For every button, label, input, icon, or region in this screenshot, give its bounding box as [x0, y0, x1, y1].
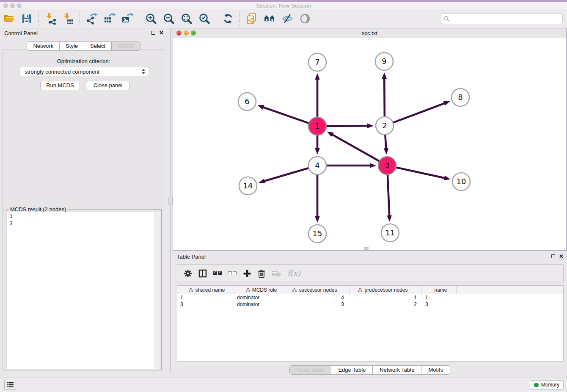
zoom-selected-icon	[198, 12, 211, 25]
search-input[interactable]	[451, 14, 562, 23]
graph-node-label-11: 11	[385, 228, 395, 237]
graph-edge-3-1[interactable]	[332, 134, 381, 162]
graph-node-label-15: 15	[313, 229, 322, 238]
graph-edge-2-3[interactable]	[385, 133, 386, 149]
table-settings-button[interactable]	[184, 269, 192, 278]
graph-edge-3-10[interactable]	[394, 167, 445, 178]
zoom-fit-button[interactable]	[180, 12, 193, 25]
table-panel: Table Panel ✕ f(x)	[173, 252, 567, 377]
float-panel-icon[interactable]	[151, 31, 155, 35]
import-network-button[interactable]	[44, 12, 57, 25]
column-header-predecessor-nodes[interactable]: predecessor nodes	[350, 286, 422, 294]
memory-button[interactable]: Memory	[530, 380, 564, 389]
graph-edge-arrowhead	[315, 73, 320, 80]
add-row-button[interactable]	[243, 269, 251, 278]
open-folder-icon	[3, 13, 15, 25]
mcds-result-text[interactable]: 1 3	[7, 212, 155, 369]
column-header-successor-nodes[interactable]: successor nodes	[286, 286, 350, 294]
duplicate-network-icon	[245, 12, 258, 25]
function-builder-button: f(x)	[287, 269, 300, 278]
network-view-window: x − + scc.txt 7968124314101511	[173, 28, 567, 251]
graph-edge-1-6[interactable]	[263, 107, 311, 124]
run-mcds-button[interactable]: Run MCDS	[40, 81, 80, 90]
zoom-in-button[interactable]	[145, 12, 157, 25]
tree-icon	[292, 288, 297, 292]
close-table-panel-icon[interactable]: ✕	[559, 254, 564, 258]
table-panel-tabs: Node Table Edge Table Network Table Moti…	[173, 365, 567, 375]
zoom-out-button[interactable]	[162, 12, 175, 25]
network-window-titlebar[interactable]: x − + scc.txt	[173, 28, 566, 38]
graph-node-label-3: 3	[385, 161, 389, 170]
columns-icon	[198, 269, 207, 278]
table-row[interactable]: 1 dominator 4 1 1	[177, 294, 563, 301]
import-network-icon	[44, 12, 57, 25]
tab-node-table[interactable]: Node Table	[289, 365, 332, 375]
result-scrollbar[interactable]	[154, 212, 160, 369]
graph-edge-1-2[interactable]	[325, 126, 368, 126]
graph-edge-arrowhead	[259, 179, 265, 183]
global-search[interactable]	[440, 13, 563, 24]
tree-icon	[246, 288, 250, 292]
column-header-shared-name[interactable]: shared name	[177, 286, 234, 294]
tab-mcds[interactable]: MCDS	[112, 41, 140, 51]
delete-row-button[interactable]	[258, 269, 265, 278]
trash-icon	[258, 269, 265, 278]
table-panel-title: Table Panel	[177, 254, 206, 260]
task-history-button[interactable]	[4, 380, 16, 390]
close-panel-icon[interactable]: ✕	[159, 31, 164, 35]
select-all-rows-button[interactable]	[213, 271, 222, 275]
column-chooser-button[interactable]	[198, 269, 207, 278]
export-table-button[interactable]	[103, 12, 116, 25]
graph-edge-arrowhead	[384, 148, 388, 155]
panel-splitter[interactable]	[167, 28, 173, 373]
tab-edge-table[interactable]: Edge Table	[331, 365, 373, 375]
hide-panel-button[interactable]	[281, 12, 294, 25]
float-table-panel-icon[interactable]	[551, 254, 555, 258]
import-table-icon	[62, 12, 74, 25]
graph-node-label-2: 2	[382, 121, 387, 130]
duplicate-network-button[interactable]	[245, 12, 258, 25]
toolbar-separator	[38, 11, 39, 26]
tab-network[interactable]: Network	[27, 41, 60, 51]
tab-select[interactable]: Select	[84, 41, 112, 51]
graph-edge-arrowhead	[327, 132, 334, 137]
window-title: Session: New Session	[0, 3, 567, 9]
graph-edge-3-11[interactable]	[388, 173, 390, 216]
deselect-all-rows-button[interactable]	[228, 271, 237, 275]
graph-edge-2-9[interactable]	[384, 78, 385, 119]
graph-edge-arrowhead	[443, 101, 450, 106]
graph-node-label-1: 1	[315, 121, 319, 130]
zoom-fit-icon	[180, 12, 193, 25]
close-panel-button[interactable]: Close panel	[86, 81, 130, 90]
mcds-result-box: MCDS result (2 nodes) 1 3	[6, 209, 162, 370]
graph-edge-4-14[interactable]	[264, 168, 310, 181]
optimization-criterion-label: Optimization criterion:	[0, 58, 167, 64]
network-window-resize-grip[interactable]	[364, 247, 369, 250]
table-row[interactable]: 3 dominator 3 2 3	[177, 301, 563, 308]
home-button[interactable]	[263, 12, 276, 25]
refresh-button[interactable]	[222, 12, 234, 25]
splitter-grip[interactable]	[168, 197, 173, 205]
tab-network-table[interactable]: Network Table	[373, 365, 421, 375]
tab-style[interactable]: Style	[60, 41, 84, 51]
open-session-button[interactable]	[3, 12, 15, 25]
checked-box-icon	[218, 271, 222, 275]
toolbar-separator	[216, 11, 217, 26]
import-table-button[interactable]	[62, 12, 74, 25]
tab-motifs[interactable]: Motifs	[421, 365, 450, 375]
checked-box-icon	[213, 271, 217, 275]
graph-edge-2-8[interactable]	[391, 103, 445, 123]
column-header-name[interactable]: name	[422, 286, 457, 294]
column-header-mcds-role[interactable]: MCDS role	[234, 286, 286, 294]
toolbar-separator	[80, 11, 80, 26]
export-network-button[interactable]	[85, 12, 98, 25]
network-canvas-svg[interactable]: 7968124314101511	[173, 38, 566, 250]
optimization-criterion-select[interactable]: strongly connected component	[19, 67, 149, 76]
graph-edge-arrowhead	[382, 72, 387, 79]
zoom-selected-button[interactable]	[198, 12, 211, 25]
save-session-button[interactable]	[20, 12, 33, 25]
export-image-button[interactable]	[121, 12, 134, 25]
graph-node-label-6: 6	[245, 97, 249, 106]
export-network-icon	[85, 12, 98, 25]
show-panel-button[interactable]	[299, 12, 311, 25]
